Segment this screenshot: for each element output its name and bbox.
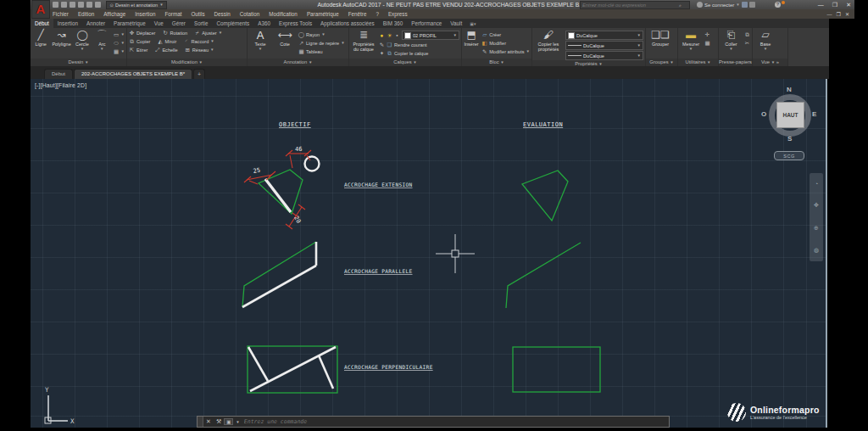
tab-sortie[interactable]: Sortie: [190, 19, 212, 28]
ucs-badge[interactable]: SCG: [774, 151, 804, 160]
label-accrochage-perpendiculaire[interactable]: ACCROCHAGE PERPENDICULAIRE: [344, 364, 433, 370]
plot-icon[interactable]: [78, 2, 84, 8]
cut-clip-button[interactable]: ✂: [744, 39, 750, 47]
file-tab-debut[interactable]: Début: [44, 69, 73, 79]
minimize-button[interactable]: —: [818, 2, 824, 8]
undo-icon[interactable]: [86, 2, 92, 8]
menu-cotation[interactable]: Cotation: [240, 11, 259, 17]
copier-les-proprietes-button[interactable]: 🖌 Copier les propriétés: [534, 29, 563, 60]
linetype-dropdown[interactable]: DuCalque ▼: [565, 51, 643, 60]
close-button[interactable]: ✕: [846, 2, 851, 8]
cercle-button[interactable]: ◯ Cercle ▼: [74, 29, 91, 59]
menu-fenetre[interactable]: Fenêtre: [348, 11, 367, 17]
autocad-logo-icon[interactable]: A: [31, 0, 50, 19]
tab-vue[interactable]: Vue: [150, 19, 168, 28]
panel-label-presse-papiers[interactable]: Presse-papiers: [719, 59, 752, 66]
tab-gerer[interactable]: Gérer: [168, 19, 190, 28]
tab-complements[interactable]: Compléments: [212, 19, 253, 28]
modifier-bloc-button[interactable]: ◧Modifier: [481, 39, 530, 47]
exchange-apps-icon[interactable]: [749, 2, 755, 8]
modifier-attributs-button[interactable]: ✎Modifier attributs▼: [481, 48, 530, 55]
tableau-button[interactable]: ▦Tableau: [298, 48, 345, 55]
viewcube[interactable]: N O E S HAUT: [763, 88, 817, 143]
deplacer-button[interactable]: ✥Déplacer: [129, 29, 155, 36]
viewcube-east[interactable]: E: [812, 110, 816, 118]
viewcube-south[interactable]: S: [787, 135, 792, 143]
tab-insertion[interactable]: Insertion: [53, 19, 82, 28]
menu-edition[interactable]: Edition: [78, 11, 94, 17]
copier-le-calque-button[interactable]: ✦⧉Copier le calque: [379, 49, 459, 57]
rendre-courant-button[interactable]: ✎❏Rendre courant: [379, 41, 459, 48]
pan-icon[interactable]: ✥: [814, 202, 819, 209]
menu-fichier[interactable]: Fichier: [53, 11, 69, 17]
restore-button[interactable]: ❐: [832, 2, 837, 8]
tab-express-tools[interactable]: Express Tools: [275, 19, 316, 28]
polyligne-button[interactable]: ↝ Polyligne: [52, 29, 70, 59]
drawing-canvas[interactable]: [-][Haut][Filaire 2D] OBJECTIF 46: [31, 79, 826, 431]
perpendiculaire-exercise-shape[interactable]: [248, 346, 337, 393]
arc-button[interactable]: ⌒ Arc ▼: [93, 29, 110, 59]
tab-debut[interactable]: Début: [31, 19, 53, 28]
label-evaluation[interactable]: EVALUATION: [523, 121, 563, 128]
ellipse-flyout-button[interactable]: ⬭▼: [114, 39, 125, 47]
rectangle-flyout-button[interactable]: ▭▼: [114, 31, 125, 38]
panel-label-modification[interactable]: Modification ▼: [127, 59, 247, 66]
menu-parametrique[interactable]: Paramétrique: [307, 11, 339, 17]
cote-button[interactable]: ⟷ Cote: [274, 29, 296, 59]
doc-minimize-button[interactable]: —: [827, 12, 832, 17]
coller-button[interactable]: ⎗ Coller▼: [721, 29, 742, 59]
menu-modification[interactable]: Modification: [269, 11, 298, 17]
tab-vault[interactable]: Vault: [446, 19, 466, 28]
menu-dessin[interactable]: Dessin: [214, 11, 231, 17]
ligne-button[interactable]: ╱ Ligne: [32, 29, 49, 59]
orbit-icon[interactable]: ◍: [814, 247, 819, 254]
doc-close-button[interactable]: ✕: [845, 11, 849, 17]
object-color-dropdown[interactable]: DuCalque ▼: [565, 31, 643, 40]
menu-affichage[interactable]: Affichage: [103, 11, 125, 17]
workspace-switcher[interactable]: ⊙ Dessin et annotation ▼: [106, 1, 167, 9]
close-icon[interactable]: ✕: [203, 418, 214, 425]
tab-annoter[interactable]: Annoter: [82, 19, 109, 28]
lineweight-dropdown[interactable]: DuCalque ▼: [565, 41, 643, 50]
panel-label-calques[interactable]: Calques ▼: [349, 59, 461, 66]
command-input[interactable]: [242, 417, 669, 426]
tab-applications-associees[interactable]: Applications associées: [316, 19, 379, 28]
panel-label-vue[interactable]: Vue ▼ »: [753, 59, 787, 66]
raccord-button[interactable]: ◜Raccord▼: [183, 37, 214, 45]
mesurer-button[interactable]: ▬ Mesurer▼: [680, 29, 702, 59]
panel-label-proprietes[interactable]: Propriétés ▼: [532, 60, 645, 66]
viewport-controls[interactable]: [-][Haut][Filaire 2D]: [35, 82, 86, 88]
viewcube-north[interactable]: N: [787, 86, 792, 93]
autodesk360-icon[interactable]: [742, 2, 748, 8]
search-input[interactable]: [581, 3, 677, 8]
evaluation-polyline-shape[interactable]: [506, 243, 581, 308]
viewcube-top-face[interactable]: HAUT: [776, 102, 804, 128]
copy-clip-button[interactable]: ⧉: [744, 31, 750, 38]
inserer-button[interactable]: ⬒ Insérer: [464, 29, 479, 59]
rayon-button[interactable]: ◯Rayon▼: [298, 31, 345, 38]
copier-button[interactable]: ⧉Copier: [129, 37, 150, 45]
label-objectif[interactable]: OBJECTIF: [279, 121, 311, 128]
open-file-icon[interactable]: [61, 2, 67, 8]
echelle-button[interactable]: ⤢Echelle: [154, 46, 177, 53]
creer-bloc-button[interactable]: ▱Créer: [481, 31, 530, 38]
parallele-exercise-shape[interactable]: [242, 242, 316, 307]
menu-express[interactable]: Express: [388, 11, 408, 17]
panel-label-utilitaires[interactable]: Utilitaires ▼: [678, 59, 718, 66]
layer-on-icon[interactable]: ●: [379, 32, 385, 38]
panel-label-groupes[interactable]: Groupes ▼: [646, 59, 677, 66]
texte-button[interactable]: A Texte▼: [249, 29, 271, 59]
quick-calc-button[interactable]: ▦: [704, 39, 710, 47]
label-accrochage-parallele[interactable]: ACCROCHAGE PARALLELE: [344, 268, 413, 274]
command-bar-grip[interactable]: [198, 417, 203, 427]
navigation-bar[interactable]: ◔ ✥ ⊕ ◍: [810, 173, 823, 261]
label-accrochage-extension[interactable]: ACCROCHAGE EXTENSION: [344, 182, 413, 188]
dimension-25[interactable]: 25: [244, 167, 275, 184]
tab-a360[interactable]: A360: [253, 19, 275, 28]
doc-restore-button[interactable]: ❐: [837, 11, 841, 17]
panel-label-annotation[interactable]: Annotation ▼: [248, 59, 348, 66]
proprietes-du-calque-button[interactable]: ≣ Propriétés du calque: [351, 29, 376, 59]
point-button[interactable]: ✛: [704, 31, 710, 38]
ribbon-minimize-icon[interactable]: ▣▾: [470, 19, 476, 28]
ligne-de-repere-button[interactable]: ↗Ligne de repère▼: [298, 39, 345, 47]
